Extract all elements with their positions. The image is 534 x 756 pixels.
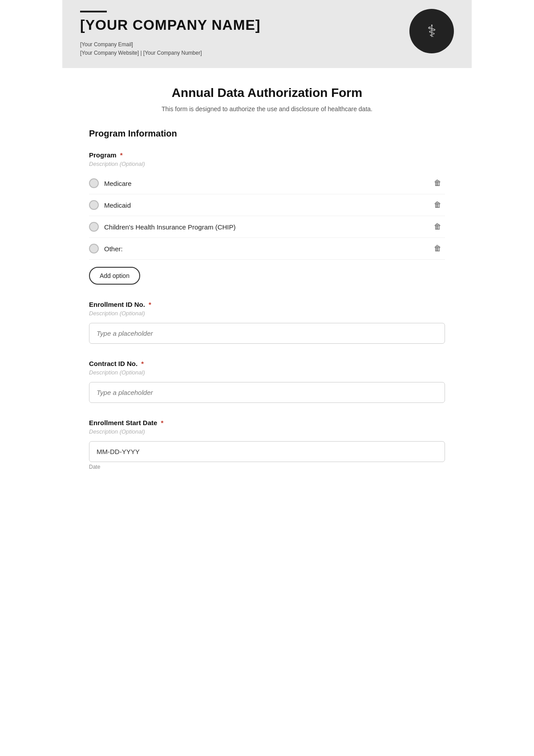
- company-email: [Your Company Email]: [80, 40, 454, 49]
- delete-chip-button[interactable]: 🗑: [430, 221, 445, 233]
- field-program: Program * Description (Optional) Medicar…: [89, 151, 445, 285]
- radio-label-medicaid: Medicaid: [104, 201, 131, 209]
- add-option-button[interactable]: Add option: [89, 267, 140, 285]
- form-description: This form is designed to authorize the u…: [89, 105, 445, 113]
- field-enrollment-start-date: Enrollment Start Date * Description (Opt…: [89, 419, 445, 470]
- radio-option-row: Medicare 🗑: [89, 173, 445, 194]
- field-contract-id: Contract ID No. * Description (Optional): [89, 360, 445, 403]
- delete-medicare-button[interactable]: 🗑: [430, 177, 445, 189]
- company-contact: [Your Company Email] [Your Company Websi…: [80, 40, 454, 57]
- field-program-description: Description (Optional): [89, 161, 445, 167]
- field-enrollment-id: Enrollment ID No. * Description (Optiona…: [89, 301, 445, 344]
- radio-option-row: Other: 🗑: [89, 238, 445, 260]
- form-title: Annual Data Authorization Form: [89, 86, 445, 100]
- header-accent-line: [80, 11, 107, 12]
- radio-option-row: Children's Health Insurance Program (CHI…: [89, 216, 445, 238]
- field-enrollment-id-label: Enrollment ID No. *: [89, 301, 445, 308]
- main-content: Annual Data Authorization Form This form…: [62, 68, 472, 504]
- contract-id-input[interactable]: [89, 382, 445, 403]
- page-header: [YOUR COMPANY NAME] [Your Company Email]…: [62, 0, 472, 68]
- radio-medicaid[interactable]: [89, 200, 99, 210]
- radio-option-row: Medicaid 🗑: [89, 194, 445, 216]
- enrollment-id-input[interactable]: [89, 323, 445, 344]
- caduceus-icon: ⚕: [427, 23, 437, 40]
- date-hint: Date: [89, 464, 445, 470]
- company-logo: ⚕: [409, 9, 454, 53]
- radio-other[interactable]: [89, 244, 99, 253]
- radio-label-chip: Children's Health Insurance Program (CHI…: [104, 223, 235, 231]
- field-contract-description: Description (Optional): [89, 369, 445, 376]
- field-program-label: Program *: [89, 151, 445, 159]
- field-enrollment-description: Description (Optional): [89, 310, 445, 317]
- radio-label-medicare: Medicare: [104, 180, 132, 187]
- enrollment-start-date-input[interactable]: [89, 441, 445, 462]
- radio-chip[interactable]: [89, 222, 99, 232]
- field-date-description: Description (Optional): [89, 428, 445, 435]
- required-star-enrollment: *: [149, 301, 151, 308]
- required-star-date: *: [161, 419, 164, 426]
- radio-label-other: Other:: [104, 245, 123, 253]
- required-star: *: [120, 151, 123, 159]
- radio-medicare[interactable]: [89, 178, 99, 188]
- delete-medicaid-button[interactable]: 🗑: [430, 199, 445, 211]
- section-title: Program Information: [89, 129, 445, 139]
- company-website: [Your Company Website] | [Your Company N…: [80, 49, 454, 57]
- delete-other-button[interactable]: 🗑: [430, 242, 445, 255]
- field-enrollment-start-date-label: Enrollment Start Date *: [89, 419, 445, 426]
- company-name: [YOUR COMPANY NAME]: [80, 17, 454, 33]
- field-contract-id-label: Contract ID No. *: [89, 360, 445, 367]
- required-star-contract: *: [141, 360, 144, 367]
